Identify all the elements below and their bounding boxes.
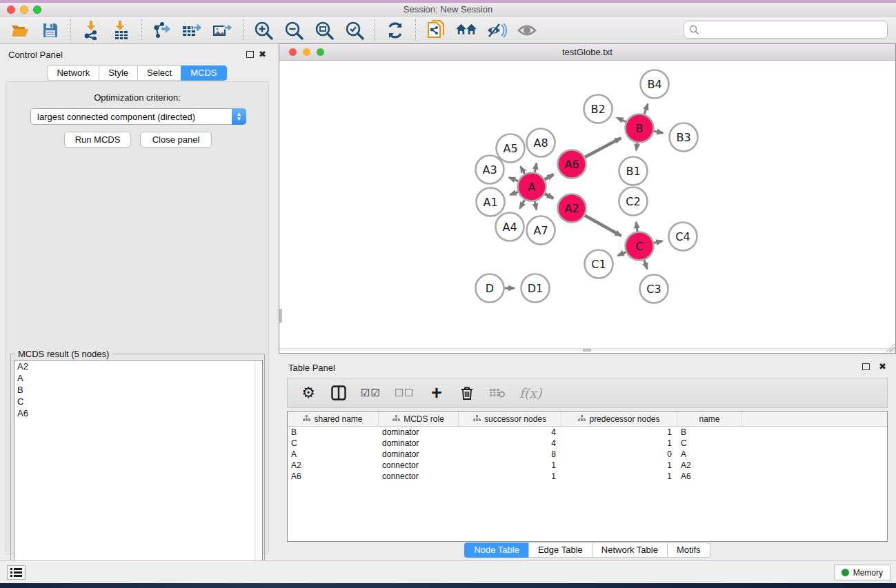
export-table-icon[interactable]: [182, 20, 203, 41]
graph-edge-A-A7[interactable]: [535, 201, 536, 210]
export-image-icon[interactable]: [212, 20, 233, 41]
mcds-result-list[interactable]: A2ABCA6: [14, 360, 263, 585]
close-panel-button[interactable]: Close panel: [140, 132, 212, 148]
table-cell[interactable]: A6: [677, 471, 742, 482]
settings-icon[interactable]: ⚙: [300, 383, 317, 403]
table-cell[interactable]: connector: [379, 471, 459, 482]
save-session-icon[interactable]: [40, 20, 61, 41]
table-cell[interactable]: 8: [459, 449, 561, 460]
tab-style[interactable]: Style: [99, 65, 137, 81]
graph-edge-A-A4[interactable]: [520, 200, 525, 208]
criterion-dropdown[interactable]: largest connected component (directed) ▲…: [30, 108, 246, 125]
table-row[interactable]: Adominator80A: [288, 449, 887, 460]
column-header-name[interactable]: name: [677, 412, 742, 426]
network-graph[interactable]: B4B2BB3A8A5A6A3B1AC2A1A2A4A7C4CC1C3DD1: [279, 61, 895, 347]
network-view-frame[interactable]: testGlobe.txt B4B2BB3A8A5A6A3B1AC2A1A2A4…: [279, 43, 896, 354]
zoom-out-icon[interactable]: [283, 20, 304, 41]
table-cell[interactable]: 4: [459, 427, 561, 438]
table-cell[interactable]: C: [677, 438, 742, 449]
tab-network[interactable]: Network: [47, 65, 99, 81]
graph-edge-C-C3[interactable]: [644, 260, 647, 269]
table-row[interactable]: Cdominator41C: [288, 438, 887, 449]
run-mcds-button[interactable]: Run MCDS: [64, 132, 131, 148]
table-cell[interactable]: A: [677, 449, 742, 460]
export-network-icon[interactable]: [152, 20, 172, 41]
result-item[interactable]: A: [14, 372, 262, 384]
result-item[interactable]: C: [14, 396, 262, 407]
network-view-titlebar[interactable]: testGlobe.txt: [279, 44, 895, 61]
graph-edge-C-C1[interactable]: [618, 252, 626, 256]
graph-edge-A2-C[interactable]: [585, 216, 621, 236]
zoom-selected-icon[interactable]: [344, 20, 365, 41]
table-cell[interactable]: A6: [288, 471, 379, 482]
delete-table-icon[interactable]: [489, 383, 506, 403]
tab-network-table[interactable]: Network Table: [592, 543, 667, 558]
graph-edge-B-B1[interactable]: [636, 143, 637, 150]
delete-column-icon[interactable]: [459, 383, 475, 403]
close-table-panel-icon[interactable]: ✖: [879, 361, 886, 372]
column-header-successor-nodes[interactable]: successor nodes: [459, 412, 561, 426]
table-cell[interactable]: 4: [459, 438, 561, 449]
tab-mcds[interactable]: MCDS: [181, 65, 226, 81]
table-cell[interactable]: 1: [561, 438, 677, 449]
tab-edge-table[interactable]: Edge Table: [528, 543, 592, 558]
network-horizontal-scrollbar[interactable]: [279, 348, 895, 351]
task-history-button[interactable]: [7, 565, 26, 580]
close-panel-icon[interactable]: ✖: [259, 49, 266, 59]
function-builder-icon[interactable]: f(x): [519, 383, 542, 403]
graph-edge-C-C4[interactable]: [654, 241, 662, 243]
select-all-checkboxes-icon[interactable]: ☑☑: [361, 383, 381, 403]
import-network-icon[interactable]: [81, 20, 101, 41]
graph-edge-A-A5[interactable]: [521, 167, 525, 174]
layout-home-icon[interactable]: [456, 20, 477, 41]
float-table-panel-icon[interactable]: [862, 363, 870, 370]
graph-edge-B-B3[interactable]: [654, 131, 663, 133]
graph-edge-A6-B[interactable]: [585, 138, 621, 157]
table-cell[interactable]: dominator: [379, 427, 459, 438]
table-cell[interactable]: dominator: [379, 449, 459, 460]
result-list-scrollbar[interactable]: [255, 361, 262, 584]
table-cell[interactable]: dominator: [379, 438, 459, 449]
tab-motifs[interactable]: Motifs: [667, 543, 710, 558]
tab-node-table[interactable]: Node Table: [464, 543, 528, 558]
resize-grip-icon[interactable]: [886, 343, 895, 352]
network-canvas[interactable]: B4B2BB3A8A5A6A3B1AC2A1A2A4A7C4CC1C3DD1: [279, 61, 895, 351]
table-cell[interactable]: A2: [288, 460, 379, 471]
table-cell[interactable]: A2: [677, 460, 742, 471]
table-row[interactable]: A6connector11A6: [288, 471, 887, 482]
graph-edge-B-B4[interactable]: [644, 104, 648, 114]
column-header-MCDS-role[interactable]: MCDS role: [379, 412, 459, 426]
import-table-icon[interactable]: [111, 20, 132, 41]
result-item[interactable]: A6: [14, 407, 262, 419]
table-row[interactable]: Bdominator41B: [288, 427, 887, 438]
table-cell[interactable]: B: [677, 427, 742, 438]
open-file-icon[interactable]: [10, 20, 30, 41]
graph-edge-A-A2[interactable]: [545, 194, 553, 198]
add-column-icon[interactable]: +: [428, 383, 445, 403]
table-cell[interactable]: connector: [379, 460, 459, 471]
table-cell[interactable]: 1: [459, 460, 561, 471]
search-input[interactable]: [703, 25, 887, 35]
zoom-fit-icon[interactable]: [314, 20, 335, 41]
table-cell[interactable]: B: [288, 427, 379, 438]
tab-select[interactable]: Select: [137, 65, 181, 81]
memory-button[interactable]: Memory: [834, 565, 890, 580]
table-cell[interactable]: 1: [561, 471, 677, 482]
column-header-predecessor-nodes[interactable]: predecessor nodes: [561, 412, 677, 426]
graph-edge-A-A8[interactable]: [535, 163, 537, 172]
table-cell[interactable]: 0: [561, 449, 677, 460]
show-all-icon[interactable]: [517, 20, 537, 41]
column-header-shared-name[interactable]: shared name: [288, 412, 379, 426]
graph-edge-A-A6[interactable]: [545, 174, 554, 179]
table-cell[interactable]: A: [288, 449, 379, 460]
table-cell[interactable]: 1: [459, 471, 561, 482]
table-cell[interactable]: C: [288, 438, 379, 449]
graph-edge-B-B2[interactable]: [617, 118, 626, 122]
hide-selected-icon[interactable]: [486, 20, 507, 41]
table-row[interactable]: A2connector11A2: [288, 460, 887, 471]
search-field[interactable]: [684, 21, 888, 39]
float-panel-icon[interactable]: [246, 51, 254, 58]
main-titlebar[interactable]: Session: New Session: [0, 3, 896, 17]
node-table[interactable]: shared nameMCDS rolesuccessor nodesprede…: [287, 411, 888, 542]
graph-edge-A-A3[interactable]: [509, 178, 518, 181]
